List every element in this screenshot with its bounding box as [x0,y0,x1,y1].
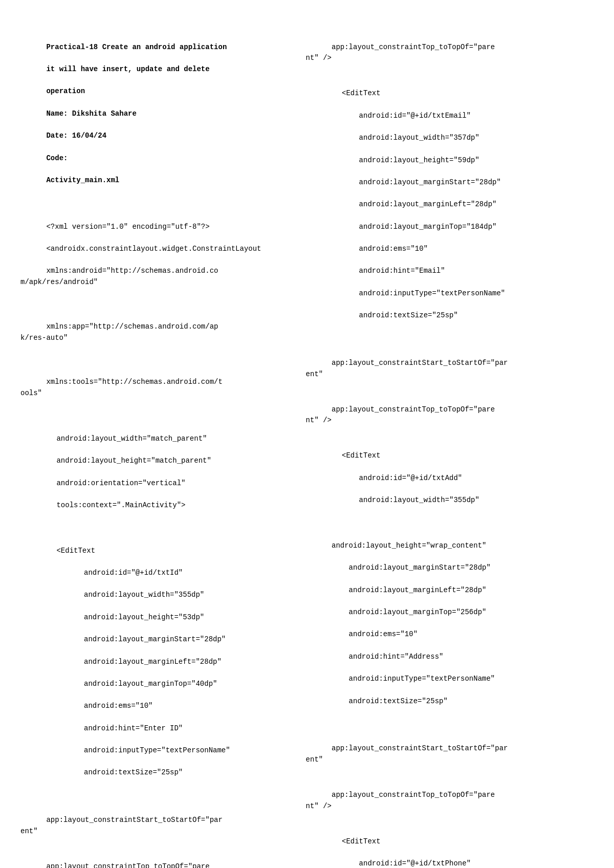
edittext4-margin-start: android:layout_marginStart="28dp" [332,563,491,572]
edittext4-input-type: android:inputType="textPersonName" [332,675,495,683]
header-line7: Activity_main.xml [46,176,119,184]
orientation-attr: android:orientation="vertical" [56,479,185,487]
constraint3-top: app:layout_constraintTop_toTopOf="parent… [306,393,594,438]
edittext3-height: android:layout_height="59dp" [342,156,479,164]
edittext3-text-size: android:textSize="25sp" [342,311,458,319]
root-open-text: <androidx.constraintlayout.widget.Constr… [46,245,261,253]
edittext3-id: android:id="@+id/txtEmail" [342,112,471,120]
constraint4-top: app:layout_constraintTop_toTopOf="parent… [306,778,594,823]
tools-context-attr: tools:context=".MainActivity"> [56,501,185,509]
edittext4-id: android:id="@+id/txtAdd" [342,474,462,482]
constraint4-start-text: app:layout_constraintStart_toStartOf="pa… [306,744,508,764]
edittext5-id: android:id="@+id/txtPhone" [342,859,471,867]
edittext4-margin-left: android:layout_marginLeft="28dp" [332,586,486,594]
header-line6: Code: [46,154,68,162]
xmlns-tools-text: xmlns:tools="http://schemas.android.com/… [20,378,223,397]
edittext1-ems: android:ems="10" [67,702,152,710]
edittext4-ems: android:ems="10" [332,630,418,638]
edittext3-margin-start: android:layout_marginStart="28dp" [342,178,501,186]
xml-decl-text: <?xml version="1.0" encoding="utf-8"?> [46,223,209,231]
constraint3-start-text: app:layout_constraintStart_toStartOf="pa… [306,359,508,378]
layout-height-attr: android:layout_height="match_parent" [56,457,211,465]
edittext1-hint: android:hint="Enter ID" [67,724,183,732]
constraint1-start-text: app:layout_constraintStart_toStartOf="pa… [20,816,223,835]
edittext1-block: <EditText android:id="@+id/txtId" androi… [31,534,286,801]
constraint-top-1: app:layout_constraintTop_toTopOf="parent… [306,31,594,75]
edittext3-block: <EditText android:id="@+id/txtEmail" and… [316,77,594,344]
right-column: app:layout_constraintTop_toTopOf="parent… [296,31,594,868]
edittext4-width: android:layout_width="355dp" [342,496,479,504]
edittext1-input-type: android:inputType="textPersonName" [67,746,230,754]
constraint3-top-text: app:layout_constraintTop_toTopOf="parent… [306,405,495,425]
edittext3-width: android:layout_width="357dp" [342,134,479,142]
constraint4-start: app:layout_constraintStart_toStartOf="pa… [306,732,594,777]
layout-attrs-block: android:layout_width="match_parent" andr… [31,422,286,533]
edittext3-input-type: android:inputType="textPersonName" [342,289,505,297]
edittext1-width: android:layout_width="355dp" [67,591,204,599]
edittext1-margin-start: android:layout_marginStart="28dp" [67,635,226,643]
edittext4-block: <EditText android:id="@+id/txtAdd" andro… [316,440,594,529]
xmlns-android-text: xmlns:android="http://schemas.android.co… [20,267,218,286]
header-line4: Name: Dikshita Sahare [46,110,136,118]
edittext1-margin-left: android:layout_marginLeft="28dp" [67,658,221,666]
header-line1: Practical-18 Create an android applicati… [46,43,227,51]
edittext5-block: <EditText android:id="@+id/txtPhone" and… [316,825,594,868]
wrap-content: android:layout_height="wrap_content" and… [306,529,594,729]
constraint4-top-text: app:layout_constraintTop_toTopOf="parent… [306,791,495,810]
edittext3-ems: android:ems="10" [342,245,428,253]
xmlns-app-text: xmlns:app="http://schemas.android.com/ap… [20,322,218,342]
page-container: Practical-18 Create an android applicati… [20,31,594,868]
edittext1-id: android:id="@+id/txtId" [67,569,183,577]
edittext3-hint: android:hint="Email" [342,267,445,275]
edittext3-open: <EditText [342,89,381,97]
left-column: Practical-18 Create an android applicati… [20,31,296,868]
edittext5-open: <EditText [342,837,381,845]
header-block: Practical-18 Create an android applicati… [20,31,286,208]
edittext1-open: <EditText [56,547,95,555]
constraint3-start: app:layout_constraintStart_toStartOf="pa… [306,346,594,391]
edittext4-hint: android:hint="Address" [332,653,443,661]
constraint1-top: app:layout_constraintTop_toTopOf="parent… [20,850,286,868]
xml-declaration: <?xml version="1.0" encoding="utf-8"?> <… [20,210,286,421]
wrap-content-text: android:layout_height="wrap_content" [332,541,486,550]
edittext1-height: android:layout_height="53dp" [67,613,204,621]
constraint1-top-text: app:layout_constraintTop_toTopOf="parent… [20,862,210,868]
constraint-top-1-text: app:layout_constraintTop_toTopOf="parent… [306,43,495,62]
layout-width-attr: android:layout_width="match_parent" [56,435,207,443]
header-line2: it will have insert, update and delete [46,65,209,73]
edittext1-text-size: android:textSize="25sp" [67,768,183,776]
edittext4-margin-top: android:layout_marginTop="256dp" [332,608,486,616]
header-line3: operation [46,87,85,95]
edittext3-margin-left: android:layout_marginLeft="28dp" [342,200,496,208]
edittext3-margin-top: android:layout_marginTop="184dp" [342,223,496,231]
edittext4-text-size: android:textSize="25sp" [332,697,448,705]
header-line5: Date: 16/04/24 [46,132,106,140]
edittext1-margin-top: android:layout_marginTop="40dp" [67,680,217,688]
constraint1-start: app:layout_constraintStart_toStartOf="pa… [20,804,286,848]
edittext4-open: <EditText [342,451,381,460]
